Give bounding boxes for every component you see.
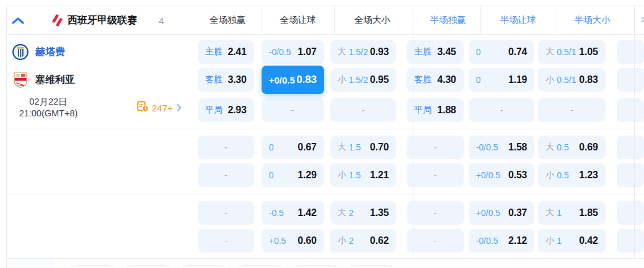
home-team-logo-icon — [12, 43, 29, 61]
odds-cell[interactable]: 大1.5/20.93 — [330, 40, 396, 64]
odds-cell[interactable]: - — [407, 163, 464, 187]
away-team-row[interactable]: 塞维利亚 — [7, 68, 198, 92]
odds-cell[interactable]: - — [469, 98, 534, 122]
odds-cell[interactable]: 小10.42 — [538, 229, 605, 253]
odds-cell-clipped — [617, 40, 644, 64]
odds-cell[interactable]: 小20.62 — [330, 229, 396, 253]
odds-cell[interactable]: -0/0.52.12 — [469, 229, 534, 253]
odds-cell[interactable]: 大0.5/11.05 — [538, 40, 605, 64]
league-name: 西班牙甲级联赛 — [68, 14, 137, 27]
odds-row: -01.29小1.51.21-+0/0.50.53小0.51.23 — [7, 163, 644, 187]
odds-cell[interactable]: -0/0.51.07 — [262, 40, 324, 64]
odds-cell[interactable]: - — [262, 98, 324, 122]
odds-cell[interactable]: - — [330, 98, 396, 122]
odds-cell[interactable]: 00.67 — [262, 136, 324, 159]
odds-cell[interactable]: 主胜3.45 — [407, 40, 464, 64]
home-team-name: 赫塔费 — [35, 46, 65, 59]
odds-row: -00.67大1.50.70--0/0.51.58大0.50.69 — [7, 136, 644, 159]
odds-cell-clipped — [617, 163, 644, 187]
odds-cell[interactable]: - — [407, 136, 464, 159]
home-team-row[interactable]: 赫塔费 — [7, 40, 198, 64]
league-header: 西班牙甲级联赛 4 全场独赢 全场让球 全场大小 半场独赢 半场让球 半场大小 — [7, 6, 644, 35]
market-tab-pill[interactable] — [292, 265, 339, 268]
odds-cell[interactable]: +0/0.50.53 — [469, 163, 534, 187]
odds-cell[interactable]: -0/0.51.58 — [469, 136, 534, 159]
away-team-name: 塞维利亚 — [35, 74, 75, 87]
odds-cell[interactable]: - — [198, 163, 254, 187]
odds-cell[interactable]: 01.29 — [262, 163, 324, 187]
collapse-chevron-up-icon[interactable] — [11, 16, 25, 25]
odds-cell[interactable]: 客胜3.30 — [198, 68, 254, 92]
market-tab-pill[interactable] — [180, 265, 227, 268]
odds-cell[interactable]: 主胜2.41 — [198, 40, 254, 64]
odds-cell[interactable]: - — [198, 201, 254, 225]
header-divider — [334, 6, 335, 34]
odds-cell[interactable]: 大0.50.69 — [538, 136, 605, 159]
market-tab-pill[interactable] — [236, 265, 283, 268]
odds-cell[interactable]: 平局1.88 — [407, 98, 464, 122]
odds-cell[interactable]: 小0.51.23 — [538, 163, 605, 187]
odds-cell[interactable]: - — [407, 201, 464, 225]
odds-section: -00.67大1.50.70--0/0.51.58大0.50.69-01.29小… — [7, 129, 644, 194]
odds-cell[interactable]: 小1.5/20.95 — [330, 68, 396, 92]
footer-left-cell — [7, 259, 53, 268]
header-divider — [261, 6, 262, 34]
odds-cell[interactable]: 大21.35 — [330, 201, 396, 225]
column-header-fulltime-win: 全场独赢 — [198, 6, 257, 34]
match-date: 02月22日 — [29, 96, 67, 108]
odds-cell-clipped — [617, 201, 644, 225]
odds-row: -+0.50.60小20.62--0/0.52.12小10.42 — [7, 229, 644, 253]
odds-cell[interactable]: - — [198, 229, 254, 253]
match-datetime: 02月22日 21:00(GMT+8) — [7, 96, 90, 119]
odds-cell-clipped — [617, 98, 644, 122]
odds-cell[interactable]: - — [198, 136, 254, 159]
market-tab-pill[interactable] — [125, 265, 172, 268]
clipped-column-header-fragment — [641, 15, 644, 24]
odds-section: --0.51.42大21.35-+0/0.50.37大11.85-+0.50.6… — [7, 194, 644, 259]
odds-board: 主胜2.41-0/0.51.07大1.5/20.93主胜3.4500.74大0.… — [7, 35, 644, 259]
odds-cell[interactable]: - — [538, 98, 605, 122]
column-header-fulltime-overunder: 全场大小 — [337, 6, 407, 34]
laliga-logo-icon — [51, 13, 63, 27]
odds-cell[interactable]: +0/0.50.37 — [469, 201, 534, 225]
odds-cell[interactable]: 00.74 — [469, 40, 534, 64]
odds-cell[interactable]: +0.50.60 — [262, 229, 324, 253]
market-tab-pills — [53, 259, 395, 268]
header-divider — [555, 6, 555, 34]
more-markets-link[interactable]: 247+ — [137, 96, 182, 119]
odds-cell-clipped — [617, 68, 644, 92]
more-markets-count: 247+ — [152, 103, 173, 113]
market-group-divider — [413, 6, 413, 259]
odds-cell[interactable]: -0.51.42 — [262, 201, 324, 225]
column-header-fulltime-handicap: 全场让球 — [265, 6, 331, 34]
market-tab-pill[interactable] — [69, 265, 116, 268]
league-match-count: 4 — [159, 15, 164, 26]
odds-cell[interactable]: 平局2.93 — [198, 98, 254, 122]
odds-cell[interactable]: 小1.51.21 — [330, 163, 396, 187]
odds-cell[interactable]: +0/0.50.83 — [262, 66, 324, 94]
odds-cell[interactable]: 小0.5/10.83 — [538, 68, 605, 92]
markets-doc-clock-icon — [137, 101, 149, 115]
odds-cell[interactable]: 客胜4.30 — [407, 68, 464, 92]
odds-cell[interactable]: 大11.85 — [538, 201, 605, 225]
market-tab-pill[interactable] — [348, 265, 395, 268]
league-odds-card: 西班牙甲级联赛 4 全场独赢 全场让球 全场大小 半场独赢 半场让球 半场大小 … — [6, 6, 644, 268]
odds-cell-clipped — [617, 136, 644, 159]
odds-cell-clipped — [617, 229, 644, 253]
odds-row: --0.51.42大21.35-+0/0.50.37大11.85 — [7, 201, 644, 225]
header-divider — [480, 6, 481, 34]
footer-bar — [7, 259, 644, 268]
odds-cell[interactable]: 大1.50.70 — [330, 136, 396, 159]
odds-cell[interactable]: - — [407, 229, 464, 253]
column-header-halftime-win: 半场独赢 — [418, 6, 478, 34]
odds-row: 平局2.93--平局1.88-- — [7, 98, 644, 122]
column-header-halftime-handicap: 半场让球 — [483, 6, 553, 34]
chevron-right-icon — [176, 103, 182, 112]
column-header-halftime-overunder: 半场大小 — [557, 6, 628, 34]
market-group-divider — [634, 6, 635, 259]
match-time: 21:00(GMT+8) — [19, 108, 78, 119]
odds-cell[interactable]: 01.19 — [469, 68, 534, 92]
away-team-logo-icon — [12, 71, 29, 89]
